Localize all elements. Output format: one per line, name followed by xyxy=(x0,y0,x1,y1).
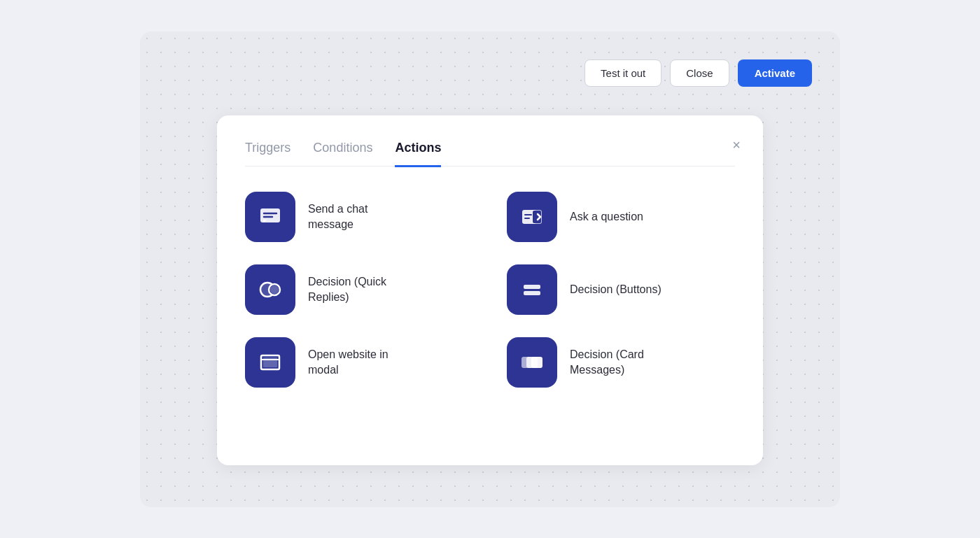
action-send-chat-message[interactable]: Send a chatmessage xyxy=(245,192,473,242)
open-website-modal-icon xyxy=(245,337,295,388)
action-decision-quick-replies[interactable]: Decision (QuickReplies) xyxy=(245,264,473,315)
decision-quick-replies-label: Decision (QuickReplies) xyxy=(308,274,386,306)
action-ask-a-question[interactable]: Ask a question xyxy=(507,192,735,242)
decision-card-messages-icon xyxy=(507,337,557,388)
ask-a-question-icon xyxy=(507,192,557,242)
actions-grid: Send a chatmessage Ask a question xyxy=(245,192,735,388)
action-decision-card-messages[interactable]: Decision (CardMessages) xyxy=(507,337,735,388)
decision-buttons-label: Decision (Buttons) xyxy=(570,282,662,297)
action-decision-buttons[interactable]: Decision (Buttons) xyxy=(507,264,735,315)
quickreplies-icon xyxy=(258,277,283,302)
activate-button[interactable]: Activate xyxy=(738,59,812,87)
send-chat-message-label: Send a chatmessage xyxy=(308,201,368,233)
tab-actions[interactable]: Actions xyxy=(395,141,441,167)
tab-conditions[interactable]: Conditions xyxy=(313,141,372,167)
tab-triggers[interactable]: Triggers xyxy=(245,141,290,167)
decision-card-messages-label: Decision (CardMessages) xyxy=(570,347,644,378)
svg-rect-14 xyxy=(524,291,540,295)
close-toolbar-button[interactable]: Close xyxy=(670,59,729,87)
open-website-modal-label: Open website inmodal xyxy=(308,347,388,378)
panel-close-button[interactable]: × xyxy=(729,135,743,155)
ask-a-question-label: Ask a question xyxy=(570,209,643,225)
decision-quick-replies-icon xyxy=(245,264,295,315)
action-open-website-modal[interactable]: Open website inmodal xyxy=(245,337,473,388)
decision-buttons-icon xyxy=(507,264,557,315)
toolbar: Test it out Close Activate xyxy=(584,59,812,87)
modal-icon xyxy=(258,350,283,375)
chat-icon xyxy=(258,204,283,229)
panel: × Triggers Conditions Actions Send a cha… xyxy=(217,115,763,465)
buttons-icon xyxy=(519,277,545,302)
outer-container: Test it out Close Activate × Triggers Co… xyxy=(140,31,840,507)
cards-icon xyxy=(519,350,545,375)
question-icon xyxy=(519,204,545,229)
svg-rect-20 xyxy=(531,357,542,368)
tab-bar: Triggers Conditions Actions xyxy=(245,141,735,167)
svg-rect-13 xyxy=(524,285,540,289)
svg-point-12 xyxy=(270,285,279,294)
send-chat-message-icon xyxy=(245,192,295,242)
test-it-out-button[interactable]: Test it out xyxy=(584,59,662,87)
